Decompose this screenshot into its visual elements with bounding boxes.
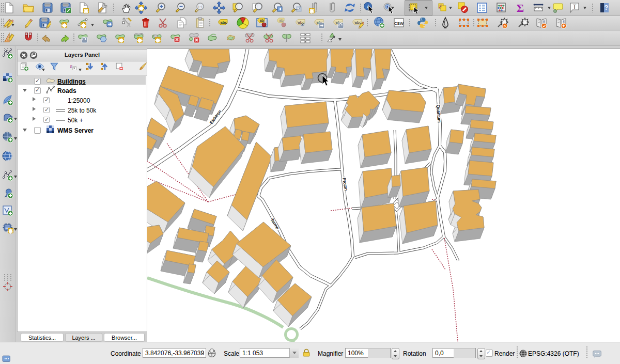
svg-text:ε: ε (70, 62, 72, 69)
svg-text:abc: abc (355, 20, 362, 25)
svg-text:Quantum: Quantum (436, 104, 442, 123)
svg-text:b: b (504, 24, 506, 28)
svg-text:ab: ab (279, 19, 283, 22)
svg-text:abc: abc (221, 20, 227, 25)
svg-text:T: T (573, 4, 577, 10)
svg-text:1:1: 1:1 (198, 5, 203, 9)
svg-text:Σ: Σ (517, 2, 524, 14)
svg-text:ab: ab (259, 19, 264, 22)
svg-text:ε: ε (439, 2, 442, 10)
svg-text:CSW: CSW (394, 21, 404, 26)
svg-text:?: ? (605, 4, 608, 11)
